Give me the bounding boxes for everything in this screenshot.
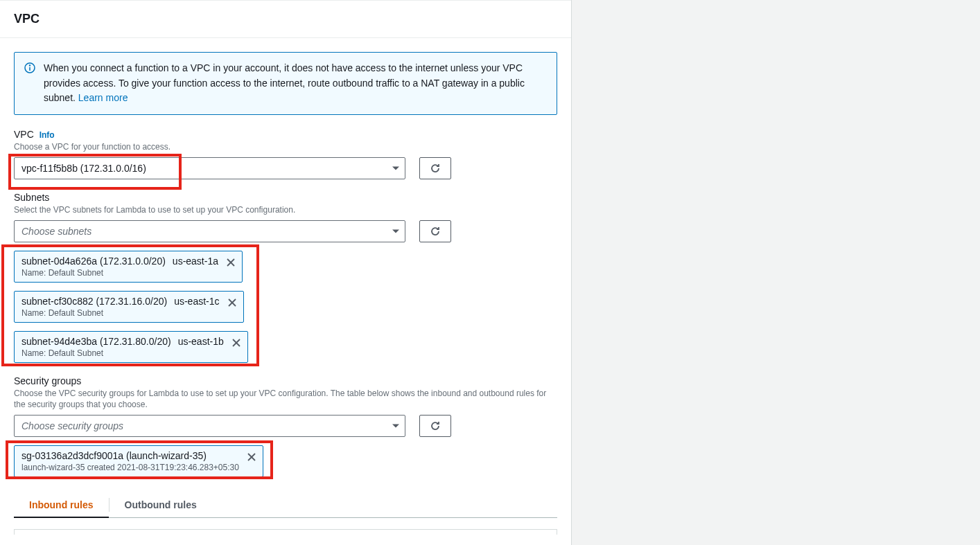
subnets-placeholder: Choose subnets — [21, 226, 91, 237]
subnet-tag: subnet-0d4a626a (172.31.0.0/20)us-east-1… — [14, 251, 243, 283]
right-sidebar — [572, 0, 980, 545]
tab-outbound-rules[interactable]: Outbound rules — [110, 492, 212, 517]
vpc-select-value: vpc-f11f5b8b (172.31.0.0/16) — [21, 163, 146, 174]
sg-tag: sg-03136a2d3dcf9001a (launch-wizard-35) … — [14, 445, 263, 477]
refresh-icon — [430, 163, 441, 174]
learn-more-link[interactable]: Learn more — [78, 92, 128, 103]
rules-tabs: Inbound rules Outbound rules — [14, 492, 557, 518]
close-icon — [227, 297, 238, 308]
sg-refresh-button[interactable] — [419, 415, 451, 437]
caret-down-icon — [392, 229, 399, 233]
close-icon — [246, 452, 257, 463]
close-icon — [225, 257, 236, 268]
vpc-desc: Choose a VPC for your function to access… — [14, 141, 557, 153]
remove-subnet-button[interactable] — [231, 337, 242, 348]
refresh-icon — [430, 420, 441, 431]
sg-select[interactable]: Choose security groups — [14, 415, 405, 437]
close-icon — [231, 337, 242, 348]
tab-inbound-rules[interactable]: Inbound rules — [14, 492, 109, 517]
vpc-info-link[interactable]: Info — [40, 130, 55, 140]
caret-down-icon — [392, 425, 399, 428]
panel-title: VPC — [14, 12, 557, 26]
vpc-refresh-button[interactable] — [419, 157, 451, 179]
remove-sg-button[interactable] — [246, 452, 257, 463]
subnet-tag: subnet-94d4e3ba (172.31.80.0/20)us-east-… — [14, 331, 248, 363]
sg-desc: Choose the VPC security groups for Lambd… — [14, 388, 557, 411]
subnets-label: Subnets — [14, 192, 557, 203]
subnets-refresh-button[interactable] — [419, 220, 451, 242]
vpc-select[interactable]: vpc-f11f5b8b (172.31.0.0/16) — [14, 157, 405, 179]
info-icon — [24, 62, 35, 73]
remove-subnet-button[interactable] — [225, 257, 236, 268]
sg-placeholder: Choose security groups — [21, 420, 123, 431]
vpc-label: VPC Info — [14, 129, 557, 140]
remove-subnet-button[interactable] — [227, 297, 238, 308]
subnet-tags: subnet-0d4a626a (172.31.0.0/20)us-east-1… — [14, 251, 557, 363]
sg-tags: sg-03136a2d3dcf9001a (launch-wizard-35) … — [14, 445, 557, 477]
svg-point-2 — [30, 65, 30, 66]
subnets-select[interactable]: Choose subnets — [14, 220, 405, 242]
subnet-tag: subnet-cf30c882 (172.31.16.0/20)us-east-… — [14, 291, 244, 323]
subnets-desc: Select the VPC subnets for Lambda to use… — [14, 204, 557, 216]
caret-down-icon — [392, 166, 399, 170]
vpc-info-alert: When you connect a function to a VPC in … — [14, 52, 557, 115]
refresh-icon — [430, 226, 441, 237]
sg-label: Security groups — [14, 375, 557, 386]
rules-table-top — [14, 529, 557, 535]
